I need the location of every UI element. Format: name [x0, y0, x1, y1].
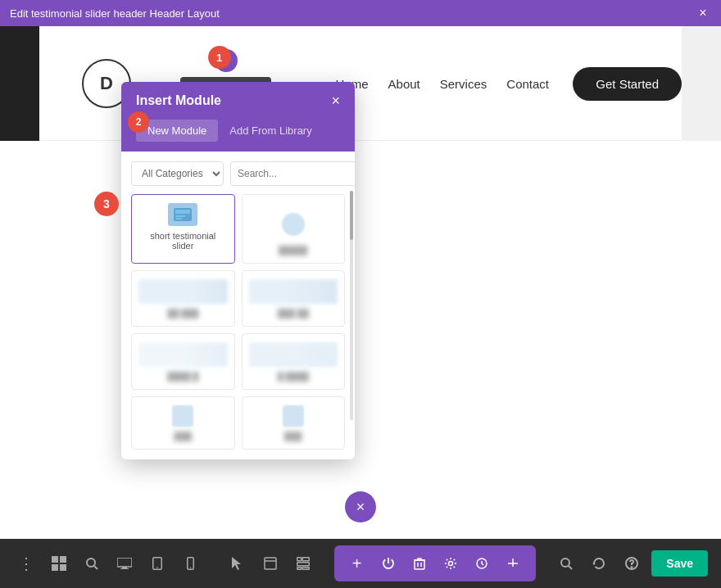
toolbar-add-button[interactable]: + [344, 550, 370, 577]
module-grid: short testimonial slider █████ ██ ███ [131, 194, 345, 450]
module-item-placeholder-6[interactable]: ███ [131, 396, 235, 450]
svg-rect-7 [60, 564, 66, 571]
dialog-body: All Categories short testimonial slider [121, 152, 355, 459]
module-item-placeholder-3[interactable]: ███ ██ [242, 270, 346, 327]
dialog-header: Insert Module × [121, 82, 355, 120]
svg-rect-24 [302, 568, 309, 570]
module-placeholder-text-2: ██ ███ [138, 309, 228, 318]
svg-point-14 [156, 567, 158, 568]
module-placeholder-text-3: ███ ██ [249, 309, 338, 318]
toolbar-right-group: Save [553, 550, 708, 577]
svg-point-29 [448, 562, 452, 566]
nav-link-about[interactable]: About [388, 77, 420, 91]
svg-rect-5 [60, 556, 66, 563]
save-button[interactable]: Save [651, 550, 708, 577]
svg-rect-3 [175, 218, 182, 219]
toolbar-pointer-button[interactable] [224, 550, 251, 577]
tab-add-from-library[interactable]: Add From Library [218, 120, 323, 142]
svg-rect-10 [117, 558, 132, 567]
svg-rect-1 [175, 210, 190, 214]
module-placeholder-text-5: █ ████ [249, 372, 338, 381]
toolbar-grid-button[interactable] [46, 550, 72, 577]
toolbar-settings-button[interactable] [438, 550, 464, 577]
category-filter-dropdown[interactable]: All Categories [131, 161, 224, 186]
module-item-placeholder-2[interactable]: ██ ███ [131, 270, 235, 327]
svg-line-9 [94, 566, 97, 569]
toolbar-second-group [224, 550, 316, 577]
module-placeholder-text-4: ████ █ [138, 372, 228, 381]
preview-nav: D Get Started Home About Services Contac… [0, 26, 721, 141]
dialog-scrollbar-thumb [350, 191, 353, 240]
floating-close-button[interactable]: × [345, 491, 376, 522]
svg-line-34 [569, 566, 572, 569]
preview-cta-button[interactable]: Get Started [573, 67, 682, 101]
toolbar-center-group: + [334, 545, 536, 581]
toolbar-history-button[interactable] [469, 550, 495, 577]
toolbar-search-right-button[interactable] [553, 550, 579, 577]
module-placeholder-text-7: ███ [249, 432, 338, 441]
toolbar-deploy-button[interactable] [500, 550, 526, 577]
step-3-badge: 3 [94, 192, 119, 216]
svg-rect-22 [297, 563, 310, 566]
toolbar-mobile-button[interactable] [177, 550, 203, 577]
toolbar-zoom-button[interactable] [290, 550, 316, 577]
svg-point-16 [189, 567, 190, 568]
svg-marker-17 [232, 557, 241, 570]
toolbar-left-group: ⋮ [13, 550, 203, 577]
tab-new-module[interactable]: 2 New Module [136, 120, 218, 142]
title-bar-text: Edit testimonial slider header Header La… [10, 7, 220, 20]
svg-rect-4 [52, 556, 58, 563]
toolbar-help-button[interactable] [619, 550, 645, 577]
preview-nav-links: Home About Services Contact [336, 26, 549, 141]
dialog-filters: All Categories [131, 161, 345, 186]
svg-point-33 [561, 559, 569, 567]
svg-point-8 [87, 559, 95, 567]
dialog-close-button[interactable]: × [331, 93, 340, 108]
step-2-badge: 2 [128, 111, 149, 133]
module-icon-testimonial [168, 203, 197, 226]
website-preview: D Get Started Home About Services Contac… [0, 26, 721, 539]
svg-rect-20 [297, 558, 302, 561]
module-item-short-testimonial-slider[interactable]: short testimonial slider [131, 194, 235, 264]
toolbar-trash-button[interactable] [406, 550, 433, 577]
module-item-placeholder-4[interactable]: ████ █ [131, 333, 235, 390]
module-item-placeholder-1[interactable]: █████ [242, 194, 346, 264]
toolbar-refresh-button[interactable] [586, 550, 612, 577]
dialog-tabs: 2 New Module Add From Library [121, 120, 355, 152]
toolbar-menu-button[interactable]: ⋮ [13, 550, 39, 577]
svg-rect-2 [175, 215, 185, 217]
insert-module-dialog: Insert Module × 2 New Module Add From Li… [121, 82, 355, 459]
toolbar-tablet-button[interactable] [144, 550, 170, 577]
module-item-placeholder-5[interactable]: █ ████ [242, 333, 346, 390]
main-area: D Get Started Home About Services Contac… [0, 26, 721, 588]
step-1-badge: 1 [208, 46, 231, 69]
svg-rect-12 [120, 568, 129, 569]
svg-rect-21 [302, 558, 309, 561]
svg-rect-11 [122, 567, 127, 568]
nav-link-contact[interactable]: Contact [506, 77, 549, 91]
svg-rect-6 [52, 564, 58, 571]
module-placeholder-text-6: ███ [138, 432, 228, 441]
toolbar-power-button[interactable] [375, 550, 401, 577]
svg-rect-23 [297, 568, 302, 570]
svg-point-36 [632, 567, 633, 568]
svg-rect-25 [415, 560, 424, 569]
module-placeholder-text-1: █████ [249, 246, 338, 255]
bottom-toolbar: ⋮ [0, 539, 721, 588]
title-bar-close-button[interactable]: × [695, 5, 711, 21]
toolbar-search-button[interactable] [79, 550, 105, 577]
module-label-testimonial: short testimonial slider [138, 231, 228, 251]
toolbar-wireframe-button[interactable] [257, 550, 283, 577]
title-bar: Edit testimonial slider header Header La… [0, 0, 721, 26]
dialog-scrollbar[interactable] [350, 191, 353, 420]
svg-rect-18 [265, 558, 276, 569]
nav-link-services[interactable]: Services [440, 77, 487, 91]
module-item-placeholder-7[interactable]: ███ [242, 396, 346, 450]
toolbar-desktop-button[interactable] [111, 550, 138, 577]
module-search-input[interactable] [230, 161, 355, 186]
dialog-title: Insert Module [136, 93, 221, 108]
